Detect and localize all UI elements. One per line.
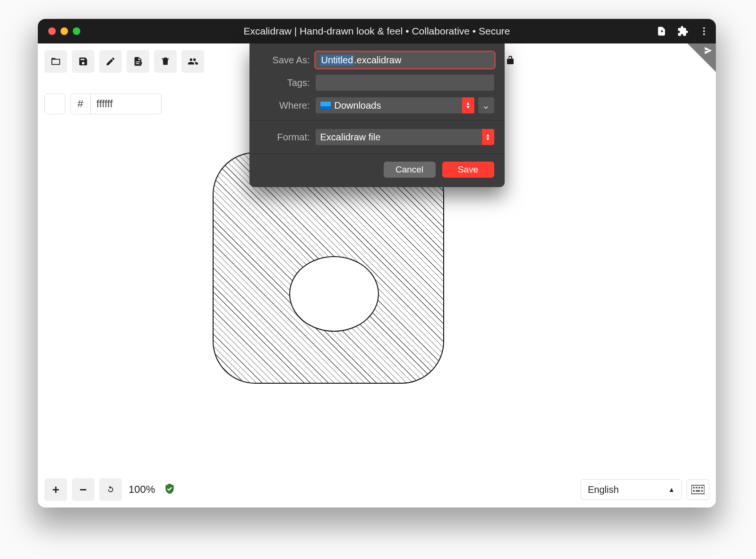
where-label: Where: <box>260 100 310 111</box>
collaborate-button[interactable] <box>181 50 204 73</box>
svg-point-0 <box>703 27 705 29</box>
zoom-level: 100% <box>129 483 155 496</box>
zoom-reset-button[interactable] <box>99 478 122 501</box>
action-toolbar <box>44 50 204 73</box>
install-icon[interactable] <box>656 26 667 36</box>
github-corner[interactable] <box>687 43 716 72</box>
floppy-hole <box>289 256 379 332</box>
svg-rect-8 <box>693 490 695 492</box>
zoom-out-button[interactable]: − <box>72 478 94 501</box>
svg-rect-6 <box>698 487 700 489</box>
format-label: Format: <box>260 132 310 143</box>
updown-arrows-icon: ▲▼ <box>482 129 494 145</box>
zoom-in-button[interactable]: + <box>44 478 67 501</box>
open-button[interactable] <box>44 50 67 73</box>
cancel-button[interactable]: Cancel <box>384 162 436 178</box>
svg-point-1 <box>703 30 705 32</box>
save-dialog: Save As: Untitled.excalidraw Tags: Where… <box>249 43 505 187</box>
color-swatch[interactable] <box>44 94 65 114</box>
svg-rect-5 <box>696 487 697 489</box>
where-select[interactable]: Downloads ▲▼ <box>316 97 474 113</box>
chevron-up-icon: ▲ <box>668 486 675 493</box>
svg-point-2 <box>703 34 705 35</box>
tags-label: Tags: <box>260 77 310 88</box>
encryption-shield-icon[interactable] <box>163 482 176 497</box>
expand-dialog-button[interactable]: ⌄ <box>478 97 494 113</box>
save-button[interactable] <box>72 50 94 73</box>
overflow-menu-icon[interactable] <box>699 26 709 36</box>
svg-rect-10 <box>701 490 703 492</box>
export-button[interactable] <box>127 50 149 73</box>
close-window-icon[interactable] <box>48 27 56 35</box>
format-value: Excalidraw file <box>320 132 381 143</box>
minimize-window-icon[interactable] <box>60 27 68 35</box>
folder-icon <box>320 102 331 109</box>
where-value: Downloads <box>335 100 381 111</box>
extensions-icon[interactable] <box>677 26 688 37</box>
hash-prefix: # <box>70 94 91 114</box>
window-controls <box>38 27 80 35</box>
svg-rect-3 <box>691 485 704 494</box>
fullscreen-window-icon[interactable] <box>73 27 80 35</box>
filename-input[interactable]: Untitled.excalidraw <box>316 52 494 68</box>
format-select[interactable]: Excalidraw file ▲▼ <box>316 129 494 145</box>
save-button[interactable]: Save <box>442 162 494 178</box>
window-title: Excalidraw | Hand-drawn look & feel • Co… <box>243 26 510 37</box>
keyboard-shortcuts-button[interactable] <box>687 479 709 500</box>
titlebar-actions <box>656 26 709 37</box>
filename-extension: .excalidraw <box>354 55 401 66</box>
lock-button[interactable] <box>505 55 516 69</box>
tags-input[interactable] <box>316 75 494 91</box>
footer-bar: + − 100% English▲ <box>44 478 709 501</box>
save-as-button[interactable] <box>99 50 122 73</box>
language-select[interactable]: English▲ <box>581 479 682 500</box>
app-window: Excalidraw | Hand-drawn look & feel • Co… <box>38 19 716 507</box>
background-color-panel: # <box>44 94 162 114</box>
delete-button[interactable] <box>154 50 177 73</box>
svg-rect-4 <box>693 487 695 489</box>
titlebar: Excalidraw | Hand-drawn look & feel • Co… <box>38 19 716 43</box>
language-value: English <box>588 484 619 495</box>
svg-rect-7 <box>701 487 703 489</box>
filename-selection: Untitled <box>320 55 354 66</box>
hex-input[interactable] <box>91 94 162 114</box>
svg-rect-9 <box>696 490 700 492</box>
save-as-label: Save As: <box>260 55 310 66</box>
updown-arrows-icon: ▲▼ <box>462 97 474 113</box>
